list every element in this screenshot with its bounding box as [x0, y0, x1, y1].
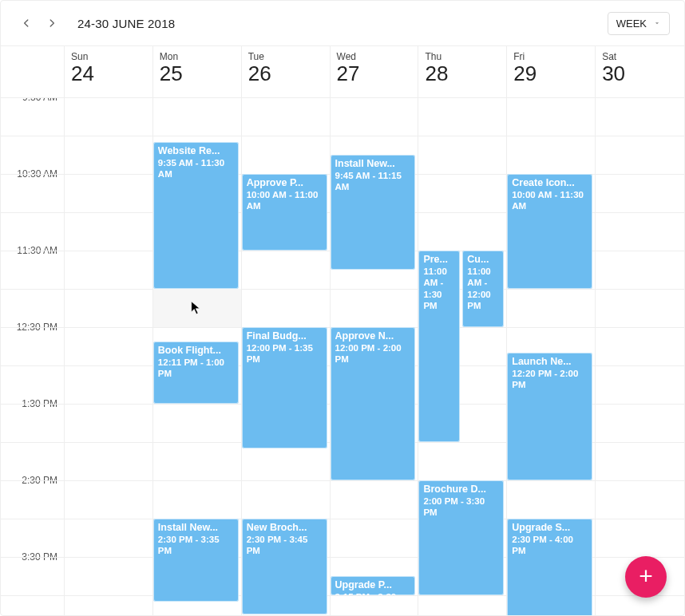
event-time: 9:45 AM - 11:15 AM	[335, 170, 411, 193]
calendar-event[interactable]: Launch Ne...12:20 PM - 2:00 PM	[507, 353, 592, 480]
day-of-week-label: Wed	[337, 51, 418, 62]
event-time: 10:00 AM - 11:30 AM	[512, 189, 588, 212]
day-of-week-label: Sun	[71, 51, 152, 62]
event-time: 2:30 PM - 4:00 PM	[512, 534, 588, 557]
day-column[interactable]: Create Icon...10:00 AM - 11:30 AMLaunch …	[507, 97, 596, 616]
day-of-month-label: 28	[425, 62, 506, 85]
time-grid-wrap: 9:30 AM10:30 AM11:30 AM12:30 PM1:30 PM2:…	[1, 97, 684, 616]
grid-line	[65, 174, 152, 175]
event-title: Install New...	[158, 522, 234, 533]
grid-line	[507, 97, 595, 98]
grid-line	[65, 595, 152, 596]
grid-line	[1, 212, 64, 213]
calendar-event[interactable]: Approve N...12:00 PM - 2:00 PM	[331, 327, 416, 480]
day-header-row: Sun24Mon25Tue26Wed27Thu28Fri29Sat30	[1, 45, 684, 97]
view-picker[interactable]: WEEK	[608, 12, 670, 35]
event-time: 2:30 PM - 3:45 PM	[247, 534, 323, 557]
day-header[interactable]: Mon25	[153, 46, 242, 97]
grid-line	[596, 251, 684, 251]
grid-line	[65, 289, 152, 290]
date-range-title: 24-30 JUNE 2018	[77, 17, 175, 30]
calendar-event[interactable]: Website Re...9:35 AM - 11:30 AM	[153, 142, 239, 289]
day-column[interactable]: Install New...9:45 AM - 11:15 AMApprove …	[331, 97, 419, 616]
event-title: New Broch...	[247, 522, 323, 533]
grid-line	[331, 519, 418, 519]
calendar-event[interactable]: Install New...2:30 PM - 3:35 PM	[153, 519, 239, 602]
day-of-month-label: 24	[71, 62, 152, 85]
next-week-button[interactable]	[41, 12, 63, 34]
grid-line	[242, 480, 330, 481]
grid-line	[596, 97, 684, 98]
calendar-event[interactable]: Create Icon...10:00 AM - 11:30 AM	[507, 174, 592, 289]
event-time: 12:20 PM - 2:00 PM	[512, 368, 588, 391]
day-of-week-label: Sat	[602, 51, 684, 62]
day-header[interactable]: Sat30	[596, 46, 684, 97]
calendar-event[interactable]: Upgrade S...2:30 PM - 4:00 PM	[507, 519, 592, 616]
calendar-event[interactable]: Upgrade P...3:15 PM - 3:30 PM	[331, 576, 416, 595]
grid-line	[242, 289, 330, 290]
chevron-right-icon	[46, 18, 57, 29]
grid-line	[153, 97, 241, 98]
day-header[interactable]: Wed27	[331, 46, 419, 97]
grid-line	[65, 97, 152, 98]
grid-line	[507, 136, 595, 136]
grid-line	[596, 327, 684, 328]
calendar-event[interactable]: New Broch...2:30 PM - 3:45 PM	[242, 519, 327, 614]
time-label: 9:30 AM	[22, 97, 57, 103]
day-of-month-label: 26	[248, 62, 330, 85]
grid-line	[418, 174, 506, 175]
day-of-month-label: 30	[602, 62, 684, 85]
event-title: Book Flight...	[158, 345, 234, 356]
grid-line	[1, 442, 64, 443]
add-event-fab[interactable]: +	[625, 556, 667, 598]
day-column[interactable]: Pre...11:00 AM - 1:30 PMCu...11:00 AM - …	[418, 97, 507, 616]
grid-line	[153, 442, 241, 443]
calendar-event[interactable]: Pre...11:00 AM - 1:30 PM	[418, 251, 460, 442]
toolbar: 24-30 JUNE 2018 WEEK	[1, 1, 684, 45]
day-column[interactable]	[596, 97, 684, 616]
calendar-event[interactable]: Cu...11:00 AM - 12:00 PM	[462, 251, 504, 327]
event-title: Upgrade P...	[335, 579, 411, 590]
event-time: 12:11 PM - 1:00 PM	[158, 357, 234, 380]
calendar-event[interactable]: Book Flight...12:11 PM - 1:00 PM	[153, 342, 239, 404]
day-column[interactable]: Website Re...9:35 AM - 11:30 AMBook Flig…	[153, 97, 242, 616]
calendar-event[interactable]: Approve P...10:00 AM - 11:00 AM	[242, 174, 327, 251]
grid-line	[331, 557, 418, 558]
day-header[interactable]: Thu28	[418, 46, 507, 97]
grid-line	[331, 289, 418, 290]
grid-line	[153, 136, 241, 136]
chevron-left-icon	[21, 18, 32, 29]
calendar-event[interactable]: Install New...9:45 AM - 11:15 AM	[331, 155, 416, 270]
event-time: 12:00 PM - 2:00 PM	[335, 342, 411, 365]
grid-line	[331, 97, 418, 98]
calendar-event[interactable]: Final Budg...12:00 PM - 1:35 PM	[242, 327, 327, 448]
day-header[interactable]: Sun24	[65, 46, 153, 97]
grid-line	[1, 251, 64, 251]
event-time: 3:15 PM - 3:30 PM	[335, 591, 411, 595]
event-time: 2:00 PM - 3:30 PM	[423, 496, 499, 519]
day-column[interactable]	[65, 97, 153, 616]
grid-line	[596, 480, 684, 481]
calendar-app: 24-30 JUNE 2018 WEEK Sun24Mon25Tue26Wed2…	[0, 0, 685, 616]
day-column[interactable]: Approve P...10:00 AM - 11:00 AMFinal Bud…	[242, 97, 331, 616]
event-title: Create Icon...	[512, 177, 588, 188]
event-time: 9:35 AM - 11:30 AM	[158, 157, 234, 180]
calendar-event[interactable]: Brochure D...2:00 PM - 3:30 PM	[418, 480, 504, 595]
grid-line	[418, 595, 506, 596]
prev-week-button[interactable]	[15, 12, 38, 34]
grid-line	[507, 327, 595, 328]
grid-line	[65, 480, 152, 481]
day-header[interactable]: Fri29	[507, 46, 596, 97]
day-header[interactable]: Tue26	[242, 46, 331, 97]
grid-line	[65, 519, 152, 519]
event-title: Website Re...	[158, 145, 234, 156]
grid-line	[153, 480, 241, 481]
grid-line	[418, 442, 506, 443]
time-grid[interactable]: 9:30 AM10:30 AM11:30 AM12:30 PM1:30 PM2:…	[1, 97, 684, 616]
grid-line	[1, 327, 64, 328]
day-of-month-label: 27	[337, 62, 418, 85]
grid-line	[596, 289, 684, 290]
day-of-week-label: Tue	[248, 51, 330, 62]
plus-icon: +	[639, 564, 653, 588]
grid-line	[65, 442, 152, 443]
